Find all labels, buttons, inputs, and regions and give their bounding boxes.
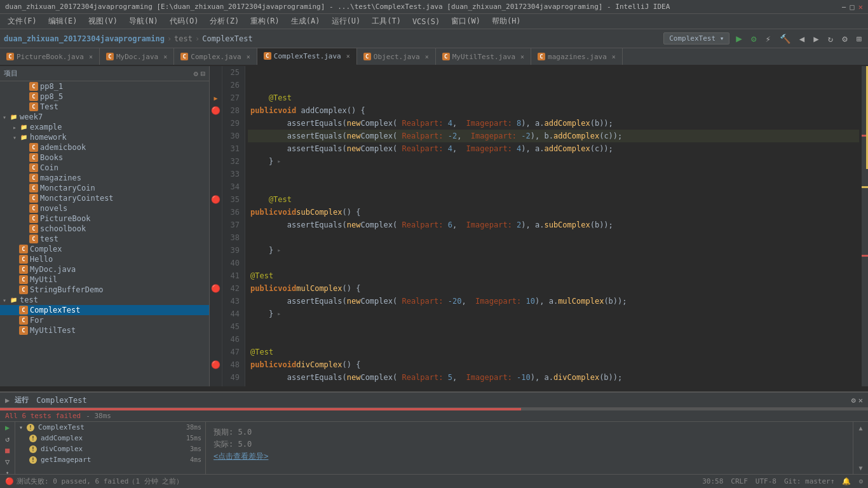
collapse-icon[interactable]: ▸ bbox=[273, 308, 281, 320]
breadcrumb-project[interactable]: duan_zhixuan_20172304javaprograming bbox=[4, 34, 165, 43]
menu-item-a[interactable]: 生成(A) bbox=[286, 15, 325, 28]
run-sort-button[interactable]: ↕ bbox=[1, 469, 14, 474]
tree-item-pp81[interactable]: C pp8_1 bbox=[0, 81, 209, 92]
tab-close-icon[interactable]: × bbox=[425, 53, 429, 60]
run-button[interactable]: ▶ bbox=[733, 31, 745, 46]
git-branch[interactable]: Git: master↑ bbox=[784, 477, 834, 485]
menu-item-t[interactable]: 工具(T) bbox=[367, 15, 406, 28]
layout-button[interactable]: ⊞ bbox=[854, 32, 864, 45]
code-line-39[interactable]: } ▸ bbox=[248, 244, 859, 257]
menu-item-vcss[interactable]: VCS(S) bbox=[407, 16, 445, 27]
tree-item-picturebook[interactable]: C PictureBook bbox=[0, 214, 209, 224]
tree-item-coin[interactable]: C Coin bbox=[0, 163, 209, 173]
collapse-icon[interactable]: ▸ bbox=[273, 244, 281, 257]
tab-close-icon[interactable]: × bbox=[163, 53, 167, 60]
tab-objectjava[interactable]: C Object.java × bbox=[357, 48, 436, 65]
run-panel-close-icon[interactable]: ✕ bbox=[858, 396, 863, 405]
tab-close-icon[interactable]: × bbox=[89, 53, 93, 60]
test-item-addcomplex[interactable]: ! addComplex 15ms bbox=[15, 433, 205, 444]
code-line-37[interactable]: assertEquals(new Complex( Realpart: 6, I… bbox=[248, 219, 859, 231]
tab-close-icon[interactable]: × bbox=[520, 53, 524, 60]
tree-item-test[interactable]: ▾ 📁 test bbox=[0, 295, 209, 305]
coverage-button[interactable]: ⚡ bbox=[763, 32, 773, 45]
tab-complexjava[interactable]: C Complex.java × bbox=[174, 48, 257, 65]
tree-item-novels[interactable]: C novels bbox=[0, 203, 209, 214]
run-resume-button[interactable]: ▶ bbox=[1, 423, 14, 432]
debug-button[interactable]: ⚙ bbox=[749, 32, 759, 45]
code-line-47[interactable]: @Test bbox=[248, 346, 859, 358]
run-stop-button[interactable]: ■ bbox=[1, 446, 14, 455]
tree-item-myutiltest[interactable]: C MyUtilTest bbox=[0, 325, 209, 336]
minimize-button[interactable]: − bbox=[841, 3, 846, 11]
tree-item-test[interactable]: C Test bbox=[0, 102, 209, 112]
notifications-icon[interactable]: 🔔 bbox=[842, 477, 851, 485]
code-line-26[interactable] bbox=[248, 79, 859, 92]
menu-item-o[interactable]: 代码(O) bbox=[165, 15, 204, 28]
breadcrumb-folder[interactable]: test bbox=[174, 34, 193, 43]
tree-item-homework[interactable]: ▾ 📁 homework bbox=[0, 132, 209, 142]
code-line-43[interactable]: assertEquals(new Complex( Realpart: -20,… bbox=[248, 295, 859, 308]
tab-magazinesjava[interactable]: C magazines.java × bbox=[531, 48, 623, 65]
test-item-getimagepart[interactable]: ! getImagepart 4ms bbox=[15, 454, 205, 465]
tree-item-pp85[interactable]: C pp8_5 bbox=[0, 92, 209, 102]
menu-item-u[interactable]: 运行(U) bbox=[327, 15, 366, 28]
tab-close-icon[interactable]: × bbox=[346, 53, 350, 60]
tab-myutiltestjava[interactable]: C MyUtilTest.java × bbox=[436, 48, 531, 65]
tab-mydocjava[interactable]: C MyDoc.java × bbox=[100, 48, 174, 65]
code-line-35[interactable]: @Test bbox=[248, 193, 859, 206]
code-line-38[interactable] bbox=[248, 231, 859, 244]
menu-item-w[interactable]: 窗口(W) bbox=[446, 15, 485, 28]
run-panel-scroll-up[interactable]: ▲ bbox=[858, 424, 862, 431]
menu-item-z[interactable]: 分析(Z) bbox=[205, 15, 244, 28]
run-panel-scroll-down[interactable]: ▼ bbox=[858, 464, 862, 471]
tree-item-books[interactable]: C Books bbox=[0, 152, 209, 163]
menu-item-n[interactable]: 导航(N) bbox=[124, 15, 163, 28]
run-test-icon[interactable]: ▶ bbox=[214, 95, 217, 102]
tree-item-monctarycointest[interactable]: C MonctaryCointest bbox=[0, 193, 209, 203]
run-filter-button[interactable]: ▽ bbox=[1, 458, 14, 466]
code-line-45[interactable] bbox=[248, 320, 859, 333]
menu-item-f[interactable]: 文件(F) bbox=[3, 15, 42, 28]
tree-item-mydocjava[interactable]: C MyDoc.java bbox=[0, 264, 209, 274]
menu-item-e[interactable]: 编辑(E) bbox=[43, 15, 83, 28]
tree-item-week7[interactable]: ▾ 📁 week7 bbox=[0, 112, 209, 122]
tree-item-magazines[interactable]: C magazines bbox=[0, 173, 209, 183]
collapse-icon[interactable]: ▸ bbox=[273, 155, 281, 168]
code-line-48[interactable]: public void divComplex() { bbox=[248, 358, 859, 371]
code-line-27[interactable]: @Test bbox=[248, 92, 859, 104]
tree-item-complextest[interactable]: C ComplexTest bbox=[0, 305, 209, 315]
code-line-29[interactable]: assertEquals(new Complex( Realpart: 4, I… bbox=[248, 117, 859, 130]
tab-picturebookjava[interactable]: C PictureBook.java × bbox=[0, 48, 100, 65]
menu-item-h[interactable]: 帮助(H) bbox=[487, 15, 526, 28]
run-rerun-button[interactable]: ↺ bbox=[1, 435, 14, 444]
code-line-42[interactable]: public void mulComplex() { bbox=[248, 282, 859, 295]
code-line-49[interactable]: assertEquals(new Complex( Realpart: 5, I… bbox=[248, 371, 859, 384]
collapse-icon[interactable]: ▸ bbox=[273, 384, 281, 386]
breakpoint-icon[interactable]: 🔴 bbox=[211, 106, 220, 115]
tree-item-for[interactable]: C For bbox=[0, 315, 209, 325]
test-item-divcomplex[interactable]: ! divComplex 3ms bbox=[15, 444, 205, 454]
code-line-25[interactable] bbox=[248, 66, 859, 79]
code-line-34[interactable] bbox=[248, 180, 859, 193]
breadcrumb-file[interactable]: ComplexTest bbox=[202, 34, 252, 43]
tree-item-stringbufferdemo[interactable]: C StringBufferDemo bbox=[0, 285, 209, 295]
code-line-33[interactable] bbox=[248, 168, 859, 180]
code-line-44[interactable]: } ▸ bbox=[248, 308, 859, 320]
code-line-36[interactable]: public void subComplex() { bbox=[248, 206, 859, 219]
tab-close-icon[interactable]: × bbox=[612, 53, 616, 60]
tab-complextestjava[interactable]: C ComplexTest.java × bbox=[257, 48, 357, 65]
tree-item-example[interactable]: ▸ 📁 example bbox=[0, 122, 209, 132]
tab-close-icon[interactable]: × bbox=[247, 53, 250, 60]
menu-item-r[interactable]: 重构(R) bbox=[245, 15, 285, 28]
breakpoint-icon[interactable]: 🔴 bbox=[211, 195, 220, 204]
tree-item-ademicbook[interactable]: C ademicbook bbox=[0, 142, 209, 152]
tree-item-myutil[interactable]: C MyUtil bbox=[0, 274, 209, 285]
run-config-selector[interactable]: ComplexTest ▾ bbox=[663, 32, 729, 44]
code-line-46[interactable] bbox=[248, 333, 859, 346]
refresh-button[interactable]: ↻ bbox=[825, 32, 836, 45]
forward-button[interactable]: ▶ bbox=[811, 32, 821, 45]
tree-item-test[interactable]: C test bbox=[0, 234, 209, 244]
code-line-40[interactable] bbox=[248, 257, 859, 269]
back-button[interactable]: ◀ bbox=[797, 32, 807, 45]
code-line-30[interactable]: assertEquals(new Complex( Realpart: -2, … bbox=[248, 130, 859, 142]
